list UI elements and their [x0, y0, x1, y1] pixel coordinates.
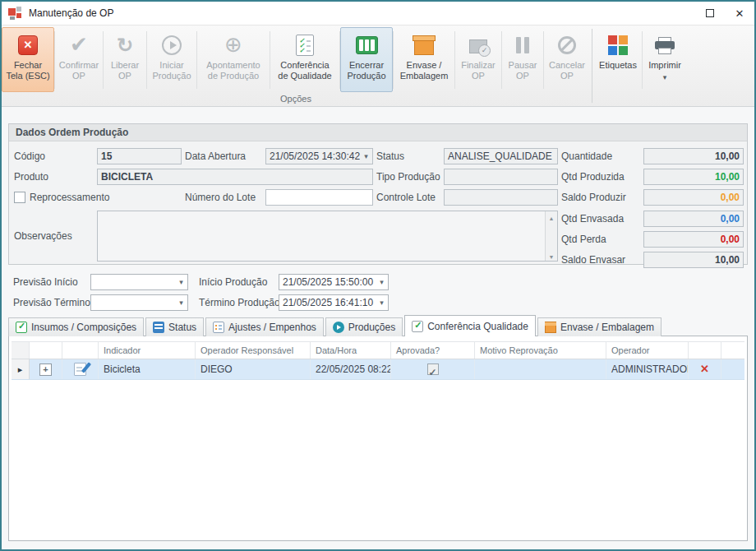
scroll-down-icon[interactable] [546, 250, 557, 261]
tab-strip: Insumos / Composições Status Ajustes / E… [8, 315, 663, 336]
scrollbar[interactable] [545, 211, 557, 261]
observacoes-field[interactable] [97, 211, 558, 262]
saldo-produzir-field[interactable]: 0,00 [643, 189, 744, 206]
grid-header-data-hora[interactable]: Data/Hora [311, 342, 391, 359]
cell-delete [689, 359, 721, 379]
fechar-tela-button[interactable]: Fechar Tela (ESC) [2, 27, 54, 92]
grid-row[interactable]: Bicicleta DIEGO 22/05/2025 08:22 ADMINIS… [12, 359, 744, 380]
saldo-envasar-label: Saldo Envasar [561, 252, 625, 268]
cell-operador: ADMINISTRADOR [606, 359, 689, 379]
status-label: Status [376, 148, 404, 164]
qtd-perda-field[interactable]: 0,00 [643, 231, 744, 248]
cancel-circle-icon [558, 36, 576, 54]
saldo-envasar-field[interactable]: 10,00 [643, 252, 744, 268]
produto-field[interactable]: BICICLETA [97, 169, 373, 185]
pause-icon [516, 37, 529, 53]
tipo-producao-field[interactable] [444, 169, 558, 185]
app-window: Manutenção de OP Fechar Tela (ESC) Confi… [0, 0, 756, 551]
tab-label: Conferência Qualidade [427, 321, 528, 332]
tab-insumos-composicoes[interactable]: Insumos / Composições [8, 317, 144, 336]
grid-header-operador[interactable]: Operador [606, 342, 689, 359]
chevron-down-icon[interactable] [376, 275, 388, 289]
tab-label: Status [168, 322, 196, 333]
labels-grid-icon [608, 35, 628, 55]
tipo-producao-label: Tipo Produção [376, 169, 440, 185]
qtd-envasada-field[interactable]: 0,00 [643, 211, 744, 227]
pausar-op-button[interactable]: Pausar OP [502, 27, 543, 92]
green-table-icon [356, 36, 378, 54]
cancelar-op-button[interactable]: Cancelar OP [544, 27, 590, 92]
expand-plus-button[interactable] [39, 363, 52, 376]
inicio-producao-combo[interactable]: 21/05/2025 15:50:00 [279, 274, 389, 290]
qtd-perda-label: Qtd Perda [561, 231, 606, 248]
toolbar-group-opcoes: Fechar Tela (ESC) Confirmar OP Liberar O… [2, 25, 590, 106]
codigo-field[interactable]: 15 [97, 148, 182, 164]
delete-x-icon[interactable] [700, 359, 709, 379]
status-field[interactable]: ANALISE_QUALIDADE [444, 148, 558, 164]
termino-producao-label: Término Produção [199, 294, 280, 311]
liberar-op-button[interactable]: Liberar OP [104, 27, 146, 92]
titlebar: Manutenção de OP [2, 2, 754, 25]
tab-label: Produções [348, 322, 395, 333]
tab-ajustes-empenhos[interactable]: Ajustes / Empenhos [205, 317, 324, 336]
iniciar-producao-button[interactable]: Iniciar Produção [147, 27, 196, 92]
previsao-inicio-combo[interactable] [90, 274, 188, 290]
controle-lote-field[interactable] [444, 189, 558, 206]
apontamento-producao-button[interactable]: Apontamento de Produção [197, 27, 270, 92]
grid-header-edit-cell [62, 342, 99, 359]
numero-lote-field[interactable] [265, 189, 373, 206]
maximize-icon [706, 9, 714, 17]
conferencia-qualidade-button[interactable]: Conferência de Qualidade [270, 27, 339, 92]
chevron-down-icon[interactable] [376, 295, 388, 310]
tab-envase-embalagem[interactable]: Envase / Embalagem [537, 317, 662, 336]
toolbar-group-print: Etiquetas Imprimir [594, 25, 687, 106]
maximize-button[interactable] [695, 2, 725, 25]
quantidade-field[interactable]: 10,00 [643, 148, 744, 164]
tab-label: Ajustes / Empenhos [228, 322, 316, 333]
release-arrow-icon [117, 34, 133, 57]
grid-header-aprovada[interactable]: Aprovada? [391, 342, 475, 359]
app-logo-icon [8, 7, 22, 20]
check-icon [70, 32, 88, 58]
reprocessamento-checkbox[interactable] [14, 192, 25, 203]
finalizar-op-button[interactable]: Finalizar OP [455, 27, 501, 92]
edit-pencil-icon[interactable] [74, 363, 86, 376]
grid-header-indicador[interactable]: Indicador [99, 342, 196, 359]
cell-data-hora: 22/05/2025 08:22 [311, 359, 391, 379]
etiquetas-button[interactable]: Etiquetas [594, 27, 642, 92]
grid-header-motivo-reprovacao[interactable]: Motivo Reprovação [475, 342, 606, 359]
chevron-down-icon[interactable] [175, 295, 187, 310]
previsao-inicio-label: Previsão Início [13, 274, 78, 290]
group-header: Dados Ordem Produção [9, 124, 747, 141]
confirmar-op-button[interactable]: Confirmar OP [55, 27, 103, 92]
termino-producao-combo[interactable]: 21/05/2025 16:41:10 [279, 294, 389, 311]
previsao-termino-label: Previsão Término [13, 294, 90, 311]
qtd-produzida-field[interactable]: 10,00 [643, 169, 744, 185]
grid-header-row: Indicador Operador Responsável Data/Hora… [12, 341, 744, 359]
row-indicator-cell [12, 359, 30, 379]
close-x-icon [18, 35, 38, 55]
chevron-down-icon[interactable] [360, 149, 372, 164]
printer-icon [655, 37, 675, 55]
produto-label: Produto [14, 169, 48, 185]
termino-producao-value: 21/05/2025 16:41:10 [279, 295, 376, 310]
data-abertura-value: 21/05/2025 14:30:42 [266, 149, 360, 164]
envase-embalagem-button[interactable]: Envase / Embalagem [394, 27, 454, 92]
tab-conferencia-qualidade[interactable]: Conferência Qualidade [404, 315, 536, 336]
toolbar: Fechar Tela (ESC) Confirmar OP Liberar O… [2, 25, 754, 107]
row-expand-cell [30, 359, 62, 379]
cell-motivo-reprovacao [475, 359, 606, 379]
window-controls [695, 2, 754, 25]
chevron-down-icon[interactable] [175, 275, 187, 289]
tab-producoes[interactable]: Produções [325, 317, 403, 336]
tab-status[interactable]: Status [145, 317, 204, 336]
quality-checklist-icon [296, 35, 314, 56]
scroll-up-icon[interactable] [546, 211, 557, 222]
previsao-termino-combo[interactable] [90, 294, 188, 311]
close-button[interactable] [725, 2, 754, 25]
data-abertura-combo[interactable]: 21/05/2025 14:30:42 [265, 148, 373, 164]
imprimir-button[interactable]: Imprimir [643, 27, 687, 92]
grid-header-operador-responsavel[interactable]: Operador Responsável [196, 342, 311, 359]
aprovada-checkbox[interactable] [427, 363, 439, 375]
encerrar-producao-button[interactable]: Encerrar Produção [340, 27, 393, 92]
